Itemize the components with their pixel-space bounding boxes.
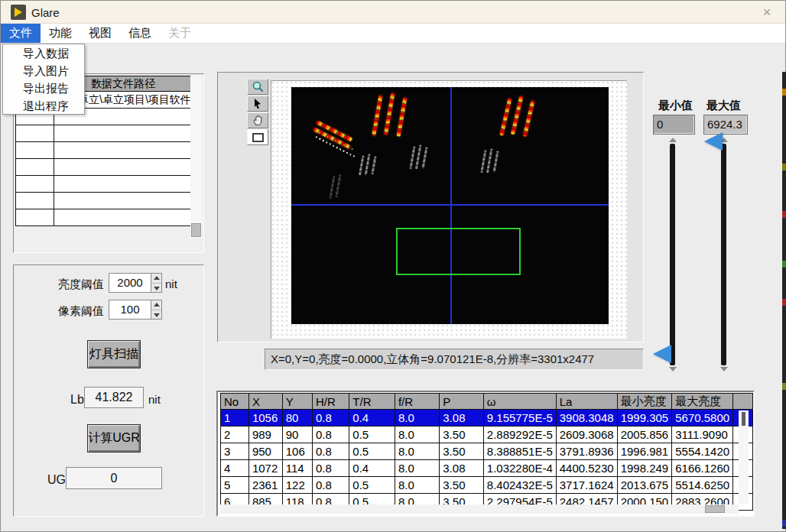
file-path-cell[interactable] — [54, 159, 193, 176]
results-col-header[interactable]: Y — [282, 394, 312, 410]
results-cell[interactable]: 5554.1420 — [672, 443, 733, 460]
results-cell[interactable]: 3.08 — [440, 410, 484, 427]
dropdown-item-3[interactable]: 导出报告 — [3, 79, 84, 97]
results-cell[interactable]: 0.5 — [349, 477, 395, 494]
results-cell[interactable]: 0.8 — [313, 460, 349, 477]
file-table-row[interactable] — [16, 193, 193, 209]
spin-up-icon[interactable] — [151, 274, 161, 284]
results-cell[interactable]: 2.889292E-5 — [483, 427, 556, 443]
results-cell[interactable]: 9.155775E-5 — [483, 410, 556, 427]
results-cell[interactable]: 989 — [248, 427, 282, 443]
max-slider-thumb[interactable] — [704, 132, 723, 151]
file-table-cell[interactable] — [16, 209, 54, 226]
results-cell[interactable]: 114 — [282, 460, 312, 477]
results-cell[interactable]: 3908.3048 — [556, 410, 617, 427]
lamp-scan-button[interactable]: 灯具扫描 — [87, 340, 141, 368]
results-cell[interactable]: 4400.5230 — [556, 460, 617, 477]
min-value-box[interactable]: 0 — [653, 115, 695, 135]
pan-hand-icon[interactable] — [247, 112, 268, 128]
results-cell[interactable]: 8.0 — [395, 477, 439, 494]
results-cell[interactable]: 5670.5800 — [672, 410, 733, 427]
spin-up-icon[interactable] — [151, 300, 161, 310]
results-col-header[interactable]: La — [556, 394, 617, 410]
file-table-vscroll-thumb[interactable] — [191, 223, 201, 237]
slider-bottom-arrow-icon[interactable] — [720, 367, 728, 371]
results-row-3[interactable]: 39501060.80.58.03.508.388851E-53791.8936… — [221, 443, 753, 460]
results-cell[interactable]: 0.5 — [349, 443, 395, 460]
results-cell[interactable]: 0.4 — [349, 460, 395, 477]
file-table-cell[interactable] — [16, 125, 54, 142]
results-cell[interactable]: 1998.249 — [617, 460, 672, 477]
results-cell[interactable]: 3 — [221, 443, 249, 460]
close-icon[interactable]: × — [758, 4, 776, 21]
results-cell[interactable]: 8.0 — [395, 427, 439, 443]
file-path-cell[interactable] — [54, 142, 193, 159]
results-cell[interactable]: 2361 — [248, 477, 282, 494]
results-cell[interactable]: 0.8 — [313, 477, 349, 494]
results-cell[interactable]: 1999.305 — [617, 410, 672, 427]
file-table-row[interactable] — [16, 142, 193, 159]
results-cell[interactable]: 0.8 — [313, 410, 349, 427]
file-table-row[interactable] — [16, 159, 193, 176]
results-cell[interactable]: 2005.856 — [617, 427, 672, 443]
results-cell[interactable]: 8.388851E-5 — [483, 443, 556, 460]
file-table-vscrollbar[interactable] — [190, 76, 202, 238]
roi-rectangle[interactable] — [396, 228, 521, 275]
results-cell[interactable]: 80 — [282, 410, 312, 427]
results-cell[interactable]: 106 — [282, 443, 312, 460]
file-table-cell[interactable] — [16, 159, 54, 176]
results-col-header[interactable]: H/R — [313, 394, 349, 410]
file-table-row[interactable] — [16, 125, 193, 142]
results-cell[interactable]: 1996.981 — [617, 443, 672, 460]
results-hscroll-thumb[interactable] — [705, 505, 725, 513]
results-cell[interactable]: 0.5 — [349, 427, 395, 443]
results-col-header[interactable]: P — [440, 394, 484, 410]
results-cell[interactable]: 90 — [282, 427, 312, 443]
results-vscroll-thumb[interactable] — [742, 412, 745, 426]
results-cell[interactable]: 8.402432E-5 — [483, 477, 556, 494]
menu-item-1[interactable]: 文件 — [1, 24, 41, 43]
results-cell[interactable]: 5 — [221, 477, 249, 494]
min-slider-thumb[interactable] — [653, 345, 671, 363]
results-cell[interactable]: 8.0 — [395, 410, 439, 427]
file-table-row[interactable] — [16, 209, 193, 226]
results-cell[interactable]: 0.8 — [313, 443, 349, 460]
cursor-icon[interactable] — [247, 96, 268, 112]
results-cell[interactable]: 1056 — [248, 410, 282, 427]
file-path-cell[interactable] — [54, 176, 193, 193]
results-cell[interactable]: 1072 — [248, 460, 282, 477]
results-cell[interactable]: 3.08 — [440, 460, 484, 477]
dropdown-item-1[interactable]: 导入数据 — [3, 44, 84, 62]
results-cell[interactable]: 6166.1260 — [672, 460, 733, 477]
results-vscrollbar[interactable] — [739, 410, 749, 504]
results-col-header[interactable]: 最小亮度 — [617, 394, 672, 410]
dropdown-item-4[interactable]: 退出程序 — [3, 97, 84, 115]
results-row-2[interactable]: 2989900.80.58.03.502.889292E-52609.30682… — [221, 427, 753, 443]
dropdown-item-2[interactable]: 导入图片 — [3, 62, 84, 79]
results-cell[interactable]: 2013.675 — [617, 477, 672, 494]
results-cell[interactable]: 3717.1624 — [556, 477, 617, 494]
file-table-cell[interactable] — [16, 193, 54, 209]
results-cell[interactable]: 2609.3068 — [556, 427, 617, 443]
menu-item-5[interactable]: 关于 — [160, 24, 200, 43]
results-col-header[interactable]: T/R — [349, 394, 395, 410]
results-cell[interactable]: 3.50 — [440, 427, 484, 443]
brightness-threshold-spinbox[interactable]: 2000 — [109, 273, 162, 293]
file-path-cell[interactable] — [54, 193, 193, 209]
menu-item-2[interactable]: 功能 — [41, 24, 80, 43]
results-cell[interactable]: 3.50 — [440, 477, 484, 494]
results-col-header[interactable]: f/R — [395, 394, 439, 410]
spin-down-icon[interactable] — [151, 310, 161, 320]
results-hscrollbar[interactable] — [220, 504, 739, 514]
magnifier-icon[interactable] — [247, 79, 268, 95]
results-cell[interactable]: 8.0 — [395, 443, 439, 460]
slider-bottom-arrow-icon[interactable] — [669, 367, 677, 371]
results-cell[interactable]: 4 — [221, 460, 249, 477]
pixel-threshold-spinbox[interactable]: 100 — [109, 300, 162, 320]
results-cell[interactable]: 3111.9090 — [672, 427, 733, 443]
results-cell[interactable]: 122 — [282, 477, 312, 494]
results-col-header[interactable]: X — [248, 394, 282, 410]
results-cell[interactable]: 0.4 — [349, 410, 395, 427]
results-row-4[interactable]: 410721140.80.48.03.081.032280E-44400.523… — [221, 460, 753, 477]
file-table-row[interactable] — [16, 176, 193, 193]
